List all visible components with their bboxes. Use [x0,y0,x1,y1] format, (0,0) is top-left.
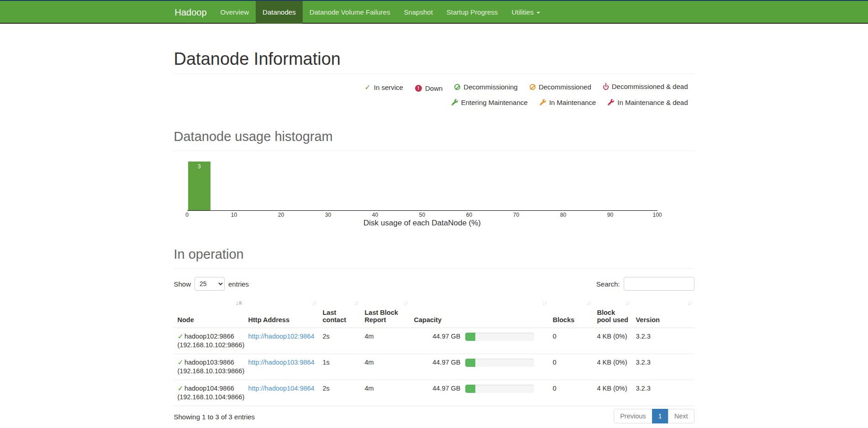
last-block-report-cell: 4m [361,380,410,406]
pagination-next[interactable]: Next [668,409,694,423]
legend-label: Down [425,81,442,95]
last-contact-cell: 2s [319,328,361,354]
column-label: Last contact [323,309,347,324]
node-ip: (192.168.10.102:9866) [178,341,241,350]
capacity-progress-fill [465,385,476,393]
nav-item-datanode-volume-failures: Datanode Volume Failures [303,1,397,24]
sort-both-icon: ↓↑ [312,300,316,306]
legend-label: In Maintenance & dead [617,95,688,110]
last-contact-cell: 1s [319,354,361,380]
legend-item-decommissioned: Decommissioned [530,80,591,94]
column-header-block-pool-used[interactable]: Block pool used↓↑ [594,297,632,328]
x-tick-60: 60 [466,212,472,218]
legend-item-decommissioned-dead: Decommissioned & dead [603,79,688,94]
ban-circle-icon [530,84,536,90]
nav-link-snapshot[interactable]: Snapshot [397,1,439,24]
legend-label: Decommissioning [463,80,517,94]
capacity-cell: 44.97 GB [410,380,549,406]
legend-item-decommissioning: Decommissioning [454,80,517,94]
node-name: ✓hadoop104:9866 [178,384,241,393]
http-address-cell: http://hadoop103:9864 [245,354,319,380]
pagination-previous[interactable]: Previous [614,409,652,423]
nav-link-datanodes[interactable]: Datanodes [256,1,303,24]
http-address-cell: http://hadoop104:9864 [245,380,319,406]
table-row: ✓hadoop103:9866(192.168.10.103:9866)http… [174,354,694,380]
sort-both-icon: ↓↑ [626,300,630,306]
datanode-usage-histogram: 3 0102030405060708090100 Disk usage of e… [174,162,694,228]
pagination-page-1[interactable]: 1 [652,409,668,423]
block-pool-used-cell: 4 KB (0%) [594,354,632,380]
node-status-legend: ✓In service!DownDecommissioningDecommiss… [174,79,694,110]
legend-label: Decommissioned & dead [612,79,688,94]
capacity-wrap: 44.97 GB [414,384,546,393]
table-row: ✓hadoop104:9866(192.168.10.104:9866)http… [174,380,694,406]
ban-circle-icon [454,84,460,90]
last-block-report-cell: 4m [361,354,410,380]
column-header-last-contact[interactable]: Last contact↓↑ [319,297,361,328]
blocks-cell: 0 [549,354,594,380]
column-header-node[interactable]: Node↓≡ [174,297,245,328]
capacity-progress-bar [465,385,534,393]
http-address-link[interactable]: http://hadoop104:9864 [248,385,315,392]
version-cell: 3.2.3 [632,354,694,380]
sort-both-icon: ↓↑ [404,300,408,306]
histogram-plot-area: 3 [187,162,658,211]
bar-value-label: 3 [198,163,201,170]
x-tick-30: 30 [325,212,331,218]
legend-item-in-maintenance-dead: In Maintenance & dead [608,95,688,110]
node-cell: ✓hadoop104:9866(192.168.10.104:9866) [174,380,245,406]
legend-label: Entering Maintenance [461,95,528,110]
column-header-blocks[interactable]: Blocks↓↑ [549,297,594,328]
sort-both-icon: ↓↑ [587,300,591,306]
nav-link-overview[interactable]: Overview [214,1,256,24]
capacity-progress-bar [465,359,534,367]
legend-row-2: Entering MaintenanceIn MaintenanceIn Mai… [174,95,688,110]
node-host: hadoop103:9866 [184,358,234,367]
nav-item-startup-progress: Startup Progress [440,1,505,24]
http-address-link[interactable]: http://hadoop102:9864 [248,333,315,340]
show-label: Show [174,280,191,288]
capacity-cell: 44.97 GB [410,328,549,354]
nav-item-datanodes: Datanodes [256,1,303,24]
column-header-http-address[interactable]: Http Address↓↑ [245,297,319,328]
node-ip: (192.168.10.104:9866) [178,393,241,402]
column-header-last-block-report[interactable]: Last Block Report↓↑ [361,297,410,328]
table-info: Showing 1 to 3 of 3 entries [174,409,255,421]
entries-label: entries [228,280,249,288]
x-tick-10: 10 [231,212,237,218]
nav-link-datanode-volume-failures[interactable]: Datanode Volume Failures [303,1,397,24]
blocks-cell: 0 [549,328,594,354]
table-header-row: Node↓≡Http Address↓↑Last contact↓↑Last B… [174,297,694,328]
last-contact-cell: 2s [319,380,361,406]
capacity-progress-fill [465,333,476,341]
search-input[interactable] [624,277,694,291]
node-ip: (192.168.10.103:9866) [178,367,241,376]
legend-label: In Maintenance [549,95,596,110]
nav-link-utilities[interactable]: Utilities [505,1,547,24]
capacity-cell: 44.97 GB [410,354,549,380]
nav-link-startup-progress[interactable]: Startup Progress [440,1,505,24]
legend-item-down: !Down [415,81,442,95]
capacity-wrap: 44.97 GB [414,332,546,341]
sort-both-icon: ↓↑ [354,300,358,306]
column-label: Blocks [553,316,575,324]
x-tick-80: 80 [560,212,566,218]
x-tick-40: 40 [372,212,378,218]
nav-item-overview: Overview [214,1,256,24]
page-size-select[interactable]: 25 [195,277,225,291]
column-header-version[interactable]: Version↓↑ [632,297,694,328]
page-length-control: Show 25 entries [174,277,249,291]
brand-hadoop[interactable]: Hadoop [174,1,214,24]
column-header-capacity[interactable]: Capacity↓↑ [410,297,549,328]
check-icon: ✓ [178,333,184,340]
exclamation-circle-icon: ! [415,85,422,92]
section-divider [174,268,694,269]
legend-item-entering-maintenance: Entering Maintenance [452,95,528,110]
http-address-link[interactable]: http://hadoop103:9864 [248,359,315,366]
sort-both-icon: ↓↑ [688,300,692,306]
sort-ascending-icon: ↓≡ [236,300,242,306]
version-cell: 3.2.3 [632,380,694,406]
version-cell: 3.2.3 [632,328,694,354]
nav-item-snapshot: Snapshot [397,1,439,24]
capacity-text: 44.97 GB [432,384,460,393]
